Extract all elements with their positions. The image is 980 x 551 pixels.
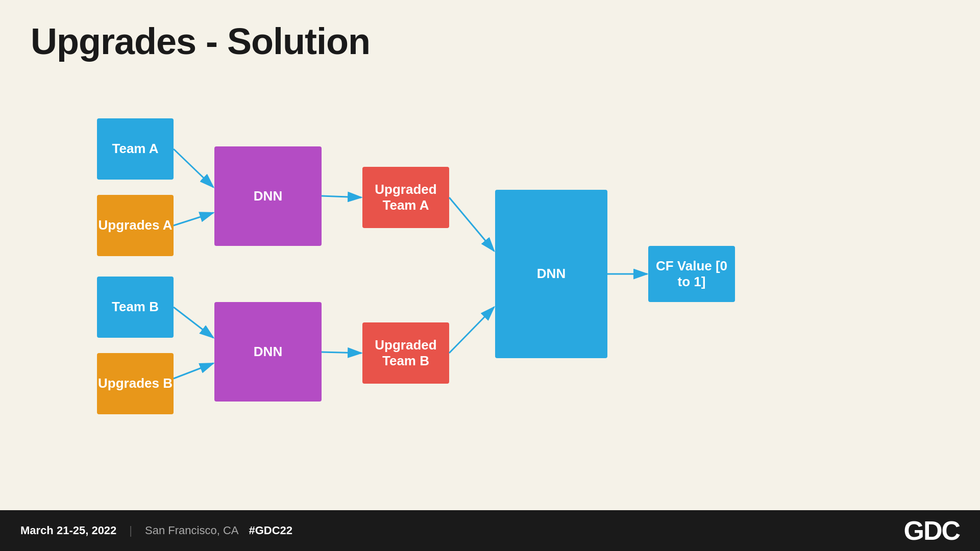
footer-date: March 21-25, 2022 (20, 524, 116, 537)
main-content: Upgrades - Solution Team A Upgrades A Te… (0, 0, 980, 510)
team-a-box: Team A (97, 118, 174, 180)
page-title: Upgrades - Solution (31, 20, 949, 62)
svg-line-2 (174, 213, 213, 226)
footer-hashtag: #GDC22 (249, 524, 292, 537)
diagram-area: Team A Upgrades A Team B Upgrades B DNN … (31, 88, 949, 445)
upgrades-b-box: Upgrades B (97, 353, 174, 414)
footer-info: March 21-25, 2022 | San Francisco, CA #G… (20, 524, 292, 537)
svg-line-6 (322, 352, 361, 353)
svg-line-7 (449, 197, 494, 251)
cf-value-box: CF Value [0 to 1] (648, 246, 735, 302)
team-b-box: Team B (97, 277, 174, 338)
svg-line-4 (174, 363, 213, 379)
svg-line-8 (449, 307, 494, 353)
footer: March 21-25, 2022 | San Francisco, CA #G… (0, 510, 980, 551)
dnn-bottom-box: DNN (214, 302, 322, 402)
footer-location: San Francisco, CA (145, 524, 238, 537)
upgraded-team-b-box: Upgraded Team B (362, 322, 449, 384)
dnn-main-box: DNN (495, 190, 607, 358)
gdc-logo: GDC (903, 515, 960, 546)
upgrades-a-box: Upgrades A (97, 195, 174, 256)
dnn-top-box: DNN (214, 146, 322, 246)
svg-line-1 (174, 149, 213, 187)
upgraded-team-a-box: Upgraded Team A (362, 167, 449, 228)
footer-divider: | (129, 524, 132, 537)
svg-line-5 (322, 196, 361, 197)
svg-line-3 (174, 307, 213, 338)
